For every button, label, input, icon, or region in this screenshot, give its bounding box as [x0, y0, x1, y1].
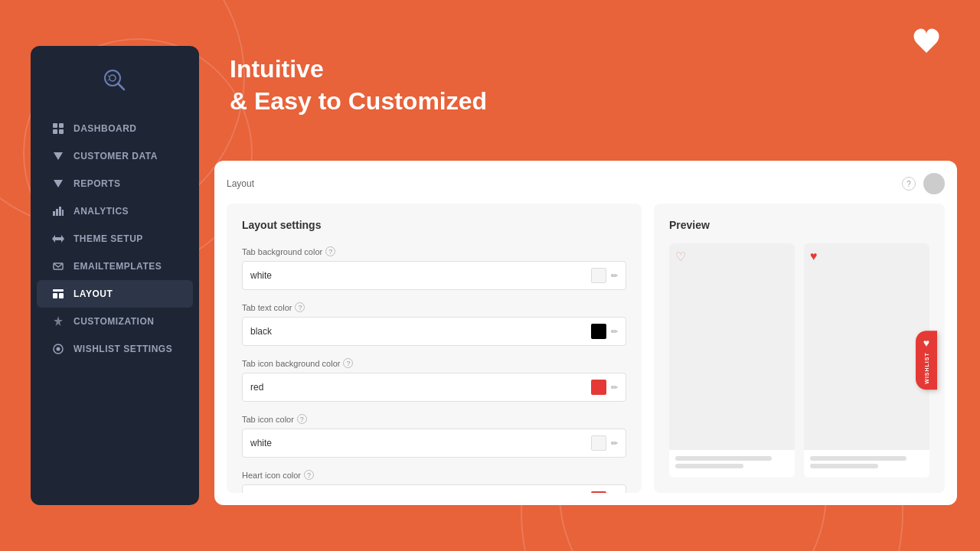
svg-rect-14 [62, 210, 64, 216]
heart-icon-swatch [591, 491, 606, 493]
tab-text-swatch [591, 324, 606, 339]
svg-point-21 [57, 347, 60, 351]
customization-icon [52, 315, 64, 328]
tab-icon-controls: ✏ [591, 435, 618, 451]
setting-tab-icon-bg-color: Tab icon background color ? red ✏ [242, 358, 626, 402]
tab-icon-bg-value: red [250, 382, 263, 393]
sidebar-item-customization[interactable]: CUSTOMIZATION [37, 308, 193, 335]
svg-rect-13 [59, 207, 61, 216]
tab-bg-help[interactable]: ? [325, 246, 335, 256]
sidebar-item-customer-data[interactable]: CUSTOMER DATA [37, 142, 193, 170]
preview-card-2: ♥ [804, 243, 929, 478]
wishlist-settings-icon [52, 343, 64, 355]
tab-text-help[interactable]: ? [295, 302, 305, 312]
preview-card-1: ♡ [669, 243, 795, 478]
sidebar-item-reports[interactable]: REPORTS [37, 170, 193, 197]
sidebar-customer-data-label: CUSTOMER DATA [74, 151, 158, 161]
setting-heart-icon-label: Heart icon color ? [242, 470, 626, 480]
tab-icon-input[interactable]: white ✏ [242, 429, 626, 458]
theme-setup-icon [52, 233, 64, 245]
sidebar-analytics-label: ANALYTICS [74, 206, 129, 217]
wishlist-tab-label: WISHLIST [924, 352, 929, 383]
setting-tab-icon-color: Tab icon color ? white ✏ [242, 414, 626, 458]
setting-tab-text-color: Tab text color ? black ✏ [242, 302, 626, 346]
sidebar-item-wishlist-settings[interactable]: WISHLIST SETTINGS [37, 335, 193, 363]
settings-title: Layout settings [242, 219, 626, 231]
layout-inner: Layout settings Tab background color ? w… [227, 204, 945, 493]
heart-outline-icon: ♡ [675, 249, 686, 264]
setting-tab-text-label: Tab text color ? [242, 302, 626, 312]
svg-rect-12 [56, 209, 58, 216]
heart-icon-help[interactable]: ? [304, 470, 314, 480]
sidebar-item-layout[interactable]: LAYOUT [37, 280, 193, 308]
heart-icon-input[interactable]: red ✏ [242, 484, 626, 493]
layout-card-title: Layout [227, 178, 254, 189]
tab-bg-edit-icon[interactable]: ✏ [611, 271, 618, 281]
setting-tab-icon-label: Tab icon color ? [242, 414, 626, 424]
sidebar-theme-setup-label: THEME SETUP [74, 233, 143, 244]
layout-card-header: Layout ? [227, 173, 945, 194]
svg-rect-19 [59, 293, 64, 298]
preview-content: ♡ ♥ [669, 243, 929, 478]
tab-icon-value: white [250, 438, 272, 448]
sidebar: DASHBOARD CUSTOMER DATA REPORTS [31, 46, 199, 505]
tab-bg-input[interactable]: white ✏ [242, 261, 626, 290]
sidebar-item-analytics[interactable]: ANALYTICS [37, 197, 193, 225]
user-avatar[interactable] [923, 173, 945, 194]
tab-text-controls: ✏ [591, 324, 618, 339]
tab-icon-bg-swatch [591, 380, 606, 395]
sidebar-item-dashboard[interactable]: DASHBOARD [37, 115, 193, 142]
setting-tab-icon-bg-label: Tab icon background color ? [242, 358, 626, 368]
tab-icon-bg-help[interactable]: ? [343, 358, 353, 368]
wishlist-tab-heart-icon: ♥ [923, 337, 929, 349]
preview-card-2-image: ♥ [804, 243, 929, 450]
setting-heart-icon-color: Heart icon color ? red ✏ [242, 470, 626, 493]
svg-line-3 [108, 76, 109, 77]
tab-text-value: black [250, 326, 272, 337]
preview-line-1 [675, 456, 772, 461]
tab-text-input[interactable]: black ✏ [242, 317, 626, 346]
preview-card-1-image: ♡ [669, 243, 795, 450]
svg-rect-17 [53, 289, 64, 292]
tab-icon-bg-input[interactable]: red ✏ [242, 373, 626, 402]
sidebar-logo [96, 61, 134, 99]
sidebar-item-email-templates[interactable]: EMAILTEMPLATES [37, 253, 193, 280]
wishlist-tab[interactable]: ♥ WISHLIST [916, 331, 937, 390]
layout-card: Layout ? Layout settings Tab background … [214, 161, 957, 505]
help-button[interactable]: ? [902, 177, 916, 191]
tab-icon-bg-controls: ✏ [591, 380, 618, 395]
svg-marker-10 [54, 180, 63, 187]
main-content: Layout ? Layout settings Tab background … [214, 46, 957, 505]
preview-line-3 [810, 456, 906, 461]
dashboard-icon [52, 122, 64, 135]
email-icon [52, 260, 64, 272]
svg-marker-9 [54, 152, 63, 160]
tab-text-edit-icon[interactable]: ✏ [611, 327, 618, 337]
svg-rect-6 [59, 123, 64, 128]
svg-rect-11 [53, 211, 55, 216]
heart-icon-controls: ✏ [591, 491, 618, 493]
tab-icon-bg-edit-icon[interactable]: ✏ [611, 383, 618, 393]
analytics-icon [52, 205, 64, 217]
svg-rect-5 [53, 123, 57, 128]
preview-panel: Preview ♡ ♥ [654, 204, 945, 493]
sidebar-item-theme-setup[interactable]: THEME SETUP [37, 225, 193, 253]
setting-tab-bg-label: Tab background color ? [242, 246, 626, 256]
tab-bg-controls: ✏ [591, 268, 618, 283]
tab-icon-edit-icon[interactable]: ✏ [611, 439, 618, 448]
preview-card-1-lines [669, 450, 795, 478]
tab-icon-help[interactable]: ? [297, 414, 307, 424]
preview-line-4 [810, 464, 878, 468]
svg-point-2 [109, 75, 116, 81]
sidebar-wishlist-settings-label: WISHLIST SETTINGS [74, 344, 172, 354]
preview-line-2 [675, 464, 743, 468]
sidebar-nav: DASHBOARD CUSTOMER DATA REPORTS [31, 115, 199, 363]
tab-bg-value: white [250, 270, 272, 281]
layout-icon [52, 288, 64, 300]
svg-line-1 [118, 83, 124, 90]
tab-icon-swatch [591, 435, 606, 451]
svg-rect-18 [53, 293, 57, 298]
sidebar-dashboard-label: DASHBOARD [74, 123, 137, 134]
preview-card-2-lines [804, 450, 929, 478]
svg-rect-8 [59, 129, 64, 134]
